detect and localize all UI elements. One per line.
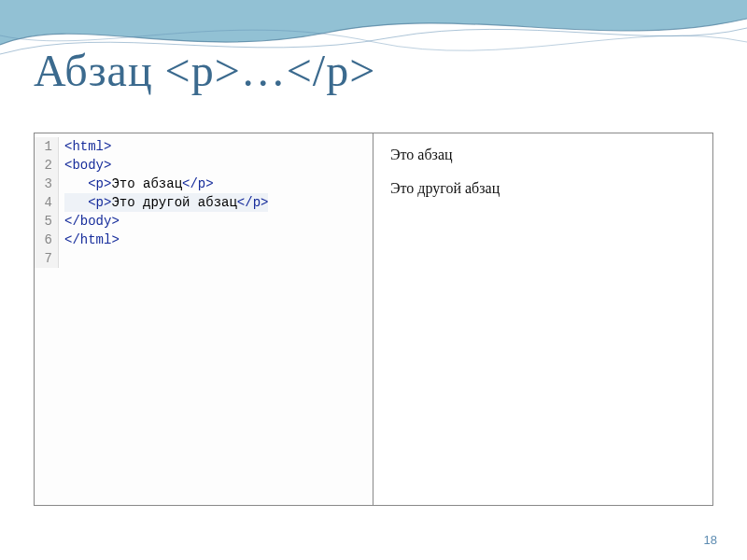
code-line: </body> [64, 212, 268, 231]
preview-pane: Это абзац Это другой абзац [374, 133, 712, 505]
code-body: <html><body> <p>Это абзац</p> <p>Это дру… [59, 137, 268, 268]
preview-paragraph-2: Это другой абзац [390, 180, 696, 197]
code-line: <html> [64, 137, 268, 156]
code-pane: 1234567 <html><body> <p>Это абзац</p> <p… [35, 133, 374, 505]
code-line: </html> [64, 231, 268, 249]
page-number: 18 [704, 533, 717, 547]
code-line: <p>Это другой абзац</p> [64, 193, 268, 212]
code-gutter: 1234567 [35, 137, 59, 268]
example-panel: 1234567 <html><body> <p>Это абзац</p> <p… [34, 133, 713, 506]
slide-title: Абзац <p>…</p> [34, 45, 375, 96]
code-line: <p>Это абзац</p> [64, 175, 268, 193]
code-line: <body> [64, 156, 268, 175]
preview-paragraph-1: Это абзац [390, 147, 696, 163]
code-line [64, 249, 268, 268]
